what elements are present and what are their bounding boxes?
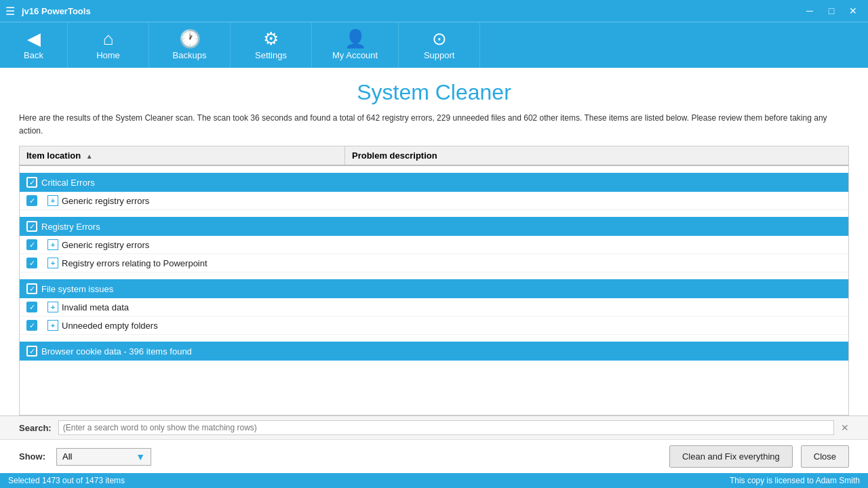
expand-box[interactable]: + <box>47 302 58 312</box>
nav-home[interactable]: ⌂ Home <box>68 22 149 68</box>
table-row: ✓ + Registry errors relating to Powerpoi… <box>20 254 848 272</box>
expand-icon[interactable]: + <box>44 258 62 268</box>
dropdown-arrow-icon: ▼ <box>136 451 145 462</box>
row-check[interactable]: ✓ <box>20 302 44 312</box>
nav-back[interactable]: ◀ Back <box>0 22 68 68</box>
table-row: ✓ + Generic registry errors <box>20 236 848 254</box>
group-spacer <box>20 166 848 173</box>
row-check[interactable]: ✓ <box>20 195 44 206</box>
home-icon: ⌂ <box>103 30 114 47</box>
main-content: System Cleaner Here are the results of t… <box>0 68 868 473</box>
group-spacer <box>20 335 848 342</box>
expand-box[interactable]: + <box>47 258 58 268</box>
expand-box[interactable]: + <box>47 320 58 331</box>
nav-support[interactable]: ⊙ Support <box>399 22 480 68</box>
back-icon: ◀ <box>27 30 41 47</box>
backups-icon: 🕐 <box>179 30 201 47</box>
group-browser-cookie[interactable]: ✓ Browser cookie data - 396 items found <box>20 342 848 361</box>
expand-box[interactable]: + <box>47 239 58 250</box>
row-label: Registry errors relating to Powerpoint <box>62 258 848 268</box>
expand-icon[interactable]: + <box>44 302 62 312</box>
sort-arrow-icon: ▲ <box>86 152 93 160</box>
checkbox-icon[interactable]: ✓ <box>26 195 37 206</box>
expand-icon[interactable]: + <box>44 320 62 331</box>
row-label: Invalid meta data <box>62 302 848 312</box>
group-checkbox-registry[interactable]: ✓ <box>26 221 37 232</box>
table-row: ✓ + Generic registry errors <box>20 192 848 210</box>
checkbox-icon[interactable]: ✓ <box>26 302 37 312</box>
close-button[interactable]: Close <box>801 445 849 468</box>
menu-icon[interactable]: ☰ <box>5 5 15 18</box>
group-registry-errors[interactable]: ✓ Registry Errors <box>20 217 848 236</box>
page-title-area: System Cleaner <box>0 68 868 112</box>
checkbox-icon[interactable]: ✓ <box>26 258 37 268</box>
group-critical-errors[interactable]: ✓ Critical Errors <box>20 173 848 192</box>
search-input[interactable] <box>63 423 829 432</box>
row-label: Generic registry errors <box>62 240 848 250</box>
maximize-button[interactable]: □ <box>822 1 841 20</box>
scan-description: Here are the results of the System Clean… <box>0 112 868 146</box>
checkbox-icon[interactable]: ✓ <box>26 320 37 331</box>
group-checkbox-browser[interactable]: ✓ <box>26 346 37 357</box>
table-header: Item location ▲ Problem description <box>20 146 848 166</box>
search-bar: Search: ✕ <box>0 415 868 439</box>
group-file-system-label: File system issues <box>41 284 113 294</box>
status-bar: Selected 1473 out of 1473 items This cop… <box>0 473 868 488</box>
close-button[interactable]: ✕ <box>844 1 863 20</box>
bottom-bar: Show: All ▼ Clean and Fix everything Clo… <box>0 439 868 473</box>
row-label: Generic registry errors <box>62 196 848 206</box>
page-title: System Cleaner <box>0 80 868 105</box>
show-label: Show: <box>19 451 45 462</box>
search-label: Search: <box>19 423 52 433</box>
nav-account-label: My Account <box>332 50 378 60</box>
group-checkbox-critical[interactable]: ✓ <box>26 177 37 188</box>
group-file-system-issues[interactable]: ✓ File system issues <box>20 279 848 298</box>
nav-settings-label: Settings <box>255 50 287 60</box>
checkbox-icon[interactable]: ✓ <box>26 239 37 250</box>
nav-home-label: Home <box>96 50 120 60</box>
col-problem-header: Problem description <box>345 146 848 165</box>
nav-support-label: Support <box>424 50 455 60</box>
nav-account[interactable]: 👤 My Account <box>312 22 399 68</box>
window-controls: ─ □ ✕ <box>800 1 863 20</box>
show-dropdown[interactable]: All ▼ <box>56 448 151 466</box>
expand-icon[interactable]: + <box>44 195 62 206</box>
support-icon: ⊙ <box>432 30 447 47</box>
row-check[interactable]: ✓ <box>20 258 44 268</box>
nav-back-label: Back <box>24 50 43 60</box>
group-browser-cookie-label: Browser cookie data - 396 items found <box>41 346 192 357</box>
title-bar: ☰ jv16 PowerTools ─ □ ✕ <box>0 0 868 22</box>
row-check[interactable]: ✓ <box>20 239 44 250</box>
col-location-header: Item location ▲ <box>20 146 345 165</box>
app-title: jv16 PowerTools <box>22 6 800 16</box>
account-icon: 👤 <box>344 30 366 47</box>
row-label: Unneeded empty folders <box>62 321 848 331</box>
table-row: ✓ + Unneeded empty folders <box>20 317 848 335</box>
nav-settings[interactable]: ⚙ Settings <box>231 22 312 68</box>
expand-box[interactable]: + <box>47 195 58 206</box>
show-value: All <box>62 451 72 462</box>
group-registry-errors-label: Registry Errors <box>41 222 100 232</box>
row-check[interactable]: ✓ <box>20 320 44 331</box>
group-spacer <box>20 210 848 217</box>
nav-backups[interactable]: 🕐 Backups <box>149 22 231 68</box>
license-status: This copy is licensed to Adam Smith <box>730 476 860 485</box>
group-spacer <box>20 272 848 279</box>
nav-backups-label: Backups <box>173 50 207 60</box>
settings-icon: ⚙ <box>263 30 279 47</box>
clean-fix-button[interactable]: Clean and Fix everything <box>669 445 793 468</box>
selection-status: Selected 1473 out of 1473 items <box>8 476 125 485</box>
group-critical-errors-label: Critical Errors <box>41 178 95 188</box>
navbar: ◀ Back ⌂ Home 🕐 Backups ⚙ Settings 👤 My … <box>0 22 868 68</box>
search-input-wrap <box>58 420 834 435</box>
table-row: ✓ + Invalid meta data <box>20 298 848 317</box>
search-close-icon[interactable]: ✕ <box>841 422 849 433</box>
table-body: ✓ Critical Errors ✓ + Generic registry e… <box>20 166 848 415</box>
expand-icon[interactable]: + <box>44 239 62 250</box>
group-checkbox-filesystem[interactable]: ✓ <box>26 283 37 294</box>
minimize-button[interactable]: ─ <box>800 1 819 20</box>
results-table: Item location ▲ Problem description ✓ Cr… <box>19 146 849 415</box>
